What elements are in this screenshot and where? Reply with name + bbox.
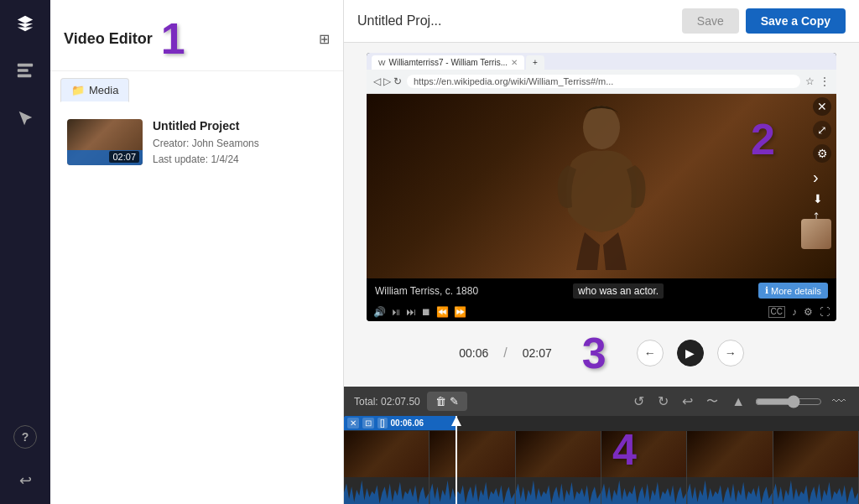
nav-refresh-icon[interactable]: ↻ bbox=[393, 75, 402, 87]
frame-segment-3 bbox=[516, 431, 601, 504]
project-title-input[interactable] bbox=[357, 13, 525, 29]
clip-header[interactable]: ✕ ⊡ [] 00:06.06 bbox=[344, 416, 457, 430]
vc-settings-icon[interactable]: ⚙ bbox=[804, 306, 813, 318]
timeline-toolbar: Total: 02:07.50 🗑 ✎ ↺ ↻ ↩ 〜 ▲ 〰 bbox=[344, 387, 859, 416]
current-time: 00:06 bbox=[459, 346, 488, 360]
video-frame: W Williamterriss7 - William Terris... ✕ … bbox=[367, 53, 836, 321]
waveform-6 bbox=[773, 477, 858, 504]
browser-actions: ☆ ⋮ bbox=[805, 75, 830, 87]
caption-highlight: who was an actor. bbox=[573, 283, 664, 299]
clip-time: 00:06.06 bbox=[391, 418, 424, 428]
waveform-5 bbox=[687, 477, 772, 504]
delete-button[interactable]: 🗑 ✎ bbox=[427, 392, 467, 411]
vc-rewind-icon[interactable]: ⏪ bbox=[436, 306, 449, 318]
svg-rect-1 bbox=[18, 69, 29, 72]
video-overlay-controls: ✕ ⤢ ⚙ › ⬇ ⤴ bbox=[813, 97, 831, 224]
waveform-3 bbox=[516, 477, 601, 504]
volume-icon[interactable]: 🔊 bbox=[373, 306, 386, 318]
vc-fullscreen-icon[interactable]: ⛶ bbox=[820, 306, 830, 318]
frame-bg-1 bbox=[344, 431, 429, 477]
browser-tab-new[interactable]: + bbox=[526, 55, 544, 70]
nav-forward-icon[interactable]: ▷ bbox=[383, 75, 391, 87]
browser-tab-label: Williamterriss7 - William Terris... bbox=[389, 58, 508, 67]
vc-play-icon[interactable]: ⏯ bbox=[391, 306, 401, 318]
nav-back-icon[interactable]: ◁ bbox=[373, 75, 381, 87]
close-tab-icon[interactable]: ✕ bbox=[511, 58, 518, 67]
frame-segment-6 bbox=[773, 431, 859, 504]
sidebar-icon-cube[interactable] bbox=[10, 8, 40, 39]
frame-bg-3 bbox=[516, 431, 601, 477]
playhead[interactable] bbox=[456, 416, 457, 504]
vc-right-icons: CC ♪ ⚙ ⛶ bbox=[768, 306, 830, 318]
play-button[interactable]: ▶ bbox=[677, 340, 704, 366]
triangle-icon[interactable]: ▲ bbox=[728, 394, 748, 409]
expand-icon[interactable]: ⤢ bbox=[813, 121, 831, 139]
settings-icon[interactable]: ⚙ bbox=[813, 144, 831, 163]
download-icon[interactable]: ⬇ bbox=[813, 192, 831, 205]
person-figure bbox=[543, 102, 660, 270]
vc-skip-icon[interactable]: ⏭ bbox=[406, 306, 416, 318]
time-separator: / bbox=[503, 346, 507, 361]
vc-left-icons: 🔊 ⏯ ⏭ ⏹ ⏪ ⏩ bbox=[373, 306, 466, 318]
panel-header: Video Editor 1 ⊞ bbox=[50, 0, 343, 71]
chevron-right-icon[interactable]: › bbox=[813, 168, 831, 187]
clip-tag-bracket: [] bbox=[377, 418, 388, 429]
playback-controls: 00:06 / 02:07 3 ← ▶ → bbox=[459, 321, 743, 383]
vc-fast-forward-icon[interactable]: ⏩ bbox=[454, 306, 466, 318]
browser-bookmark-icon[interactable]: ☆ bbox=[805, 75, 815, 87]
sidebar-icon-cursor[interactable] bbox=[10, 102, 40, 132]
frame-bg-5 bbox=[687, 431, 772, 477]
panel-tabs: 📁 Media bbox=[50, 71, 343, 102]
main-area: Save Save a Copy 2 W Williamterriss7 - W… bbox=[344, 0, 859, 504]
clip-tag-c: ⊡ bbox=[362, 418, 374, 429]
waveform-icon[interactable]: 〜 bbox=[703, 394, 721, 409]
vc-stop-icon[interactable]: ⏹ bbox=[421, 306, 431, 318]
frame-segment-1 bbox=[344, 431, 430, 504]
tutorial-number-4: 4 bbox=[612, 424, 637, 475]
sidebar-icon-timeline[interactable] bbox=[10, 55, 40, 86]
volume-slider[interactable] bbox=[755, 395, 822, 408]
waveform2-icon[interactable]: 〰 bbox=[829, 394, 849, 409]
timeline-track: ✕ ⊡ [] 00:06.06 bbox=[344, 416, 859, 504]
media-info: Untitled Project Creator: John Seamons L… bbox=[153, 119, 326, 168]
tab-media[interactable]: 📁 Media bbox=[60, 78, 129, 102]
clip-tag-x: ✕ bbox=[347, 418, 359, 429]
waveform-2 bbox=[430, 477, 514, 504]
close-video-icon[interactable]: ✕ bbox=[813, 97, 831, 116]
media-thumbnail: 02:07 bbox=[67, 119, 143, 165]
media-duration: 02:07 bbox=[109, 151, 139, 163]
more-details-button[interactable]: ℹ More details bbox=[758, 283, 828, 299]
frame-bg-6 bbox=[773, 431, 858, 477]
cc-icon[interactable]: CC bbox=[768, 306, 785, 318]
browser-url-bar[interactable]: https://en.wikipedia.org/wiki/William_Te… bbox=[407, 75, 800, 88]
timeline-frames bbox=[344, 431, 859, 504]
save-button[interactable]: Save bbox=[682, 8, 739, 34]
media-panel: Video Editor 1 ⊞ 📁 Media 02:07 Untitled … bbox=[50, 0, 344, 504]
waveform-4 bbox=[601, 477, 686, 504]
preview-area: 2 W Williamterriss7 - William Terris... … bbox=[344, 43, 859, 387]
browser-tab-bar: W Williamterriss7 - William Terris... ✕ … bbox=[367, 53, 836, 70]
redo-icon[interactable]: ↻ bbox=[654, 393, 672, 409]
music-icon[interactable]: ♪ bbox=[792, 306, 797, 318]
media-name: Untitled Project bbox=[153, 119, 326, 132]
layout-toggle-icon[interactable]: ⊞ bbox=[319, 31, 330, 47]
tab-media-label: Media bbox=[89, 84, 118, 96]
sidebar-icon-help[interactable]: ? bbox=[13, 425, 37, 449]
sidebar-icon-back[interactable]: ↩ bbox=[10, 465, 40, 496]
new-tab-icon: + bbox=[533, 58, 538, 67]
next-button[interactable]: → bbox=[717, 340, 744, 366]
waveform-1 bbox=[344, 477, 429, 504]
undo2-icon[interactable]: ↩ bbox=[679, 393, 696, 409]
undo-icon[interactable]: ↺ bbox=[630, 393, 648, 409]
browser-menu-icon[interactable]: ⋮ bbox=[820, 75, 830, 87]
prev-button[interactable]: ← bbox=[637, 340, 664, 366]
info-icon: ℹ bbox=[765, 285, 768, 296]
media-item[interactable]: 02:07 Untitled Project Creator: John Sea… bbox=[60, 112, 333, 174]
video-content: ✕ ⤢ ⚙ › ⬇ ⤴ bbox=[367, 94, 836, 278]
folder-icon: 📁 bbox=[71, 84, 85, 96]
topbar: Save Save a Copy bbox=[344, 0, 859, 43]
browser-tab-active[interactable]: W Williamterriss7 - William Terris... ✕ bbox=[372, 55, 524, 70]
edit-icon: ✎ bbox=[450, 395, 459, 408]
save-copy-button[interactable]: Save a Copy bbox=[746, 8, 846, 34]
browser-nav-dots: ◁ ▷ ↻ bbox=[373, 75, 402, 87]
